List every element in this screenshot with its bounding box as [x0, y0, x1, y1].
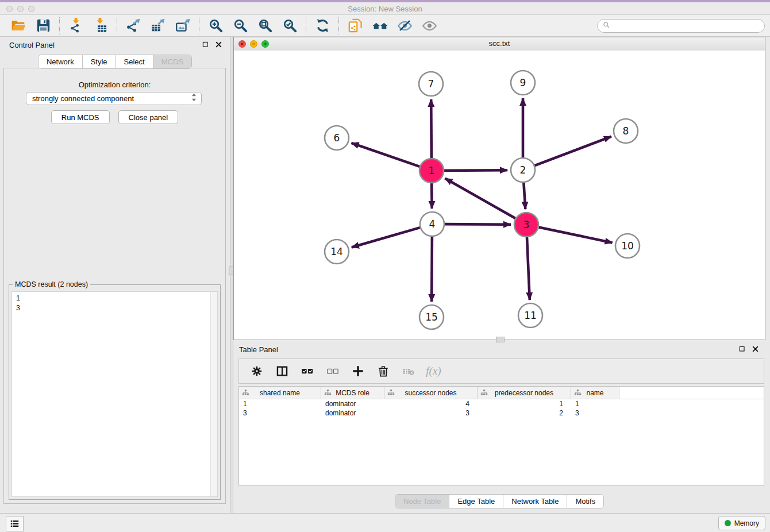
tab-style[interactable]: Style [83, 55, 116, 68]
table-row[interactable]: 1dominator411 [239, 399, 764, 408]
run-mcds-button[interactable]: Run MCDS [51, 110, 110, 124]
hierarchy-icon [324, 389, 332, 398]
network-window-controls [238, 40, 269, 48]
zoom-selected-button[interactable] [281, 17, 298, 34]
node-9-label: 9 [520, 77, 526, 88]
optimization-dropdown[interactable]: strongly connected component [26, 92, 202, 105]
delete-column-button[interactable] [376, 364, 390, 379]
float-panel-icon[interactable] [738, 345, 746, 353]
save-session-button[interactable] [34, 17, 52, 34]
mcds-result-area[interactable]: 13 [11, 291, 218, 497]
edge-3-1[interactable] [445, 178, 515, 218]
delete-table-button[interactable] [401, 364, 415, 379]
edge-3-11[interactable] [527, 237, 530, 300]
tab-select[interactable]: Select [116, 55, 153, 68]
table-cell[interactable]: dominator [321, 408, 384, 418]
table-panel: Table Panel f(x) shared nameMCDS rolesuc… [233, 343, 765, 513]
result-scrollbar[interactable] [210, 292, 217, 496]
node-7-label: 7 [428, 78, 434, 90]
table-cell[interactable]: dominator [321, 399, 384, 408]
table-cell[interactable]: 4 [384, 399, 478, 408]
edge-4-15[interactable] [432, 237, 432, 302]
hierarchy-icon [387, 389, 395, 398]
network-canvas[interactable]: 7968124314101511 [234, 51, 765, 340]
open-session-button[interactable] [10, 17, 27, 34]
tab-node-table[interactable]: Node Table [395, 495, 450, 508]
splitter-grip[interactable] [496, 337, 505, 342]
memory-status-icon [725, 520, 731, 526]
refresh-view-button[interactable] [314, 17, 331, 34]
float-panel-icon[interactable] [201, 40, 210, 49]
edge-4-3[interactable] [445, 224, 511, 225]
column-header-mcds-role[interactable]: MCDS role [321, 387, 384, 399]
zoom-fit-button[interactable] [256, 17, 274, 34]
close-view-button[interactable] [238, 40, 246, 48]
node-1-label: 1 [429, 165, 435, 176]
table-cell[interactable]: 3 [384, 408, 478, 418]
deselect-all-columns-button[interactable] [325, 364, 340, 379]
mcds-result-title: MCDS result (2 nodes) [13, 280, 90, 288]
table-cell[interactable]: 1 [478, 399, 571, 408]
table-settings-button[interactable] [249, 364, 264, 379]
table-tabs: Node TableEdge TableNetwork TableMotifs [233, 494, 765, 508]
function-builder-button[interactable]: f(x) [426, 364, 441, 379]
task-history-button[interactable] [6, 516, 24, 531]
tab-edge-table[interactable]: Edge Table [449, 495, 503, 508]
export-network-button[interactable] [125, 17, 142, 34]
memory-button[interactable]: Memory [718, 516, 765, 530]
export-table-button[interactable] [149, 17, 167, 34]
first-neighbors-button[interactable] [371, 17, 388, 34]
edge-2-8[interactable] [535, 137, 611, 166]
close-panel-button[interactable]: Close panel [118, 110, 179, 124]
close-panel-icon[interactable] [751, 345, 760, 353]
search-input[interactable] [613, 21, 760, 30]
network-window: scc.txt 7968124314101511 [233, 37, 765, 340]
tab-network-table[interactable]: Network Table [503, 495, 567, 508]
column-header-name[interactable]: name [571, 387, 619, 399]
column-header-predecessor-nodes[interactable]: predecessor nodes [478, 387, 571, 399]
toggle-columns-button[interactable] [275, 364, 289, 379]
table-cell[interactable]: 3 [239, 408, 321, 418]
application-window: Session: New Session Control Panel Netwo… [0, 0, 770, 532]
mcds-result-node: 1 [16, 294, 213, 303]
table-toolbar: f(x) [238, 358, 764, 384]
network-window-titlebar: scc.txt [234, 37, 765, 51]
export-image-button[interactable] [174, 17, 191, 34]
import-table-button[interactable] [92, 17, 109, 34]
edge-3-10[interactable] [539, 228, 613, 243]
edge-1-7[interactable] [431, 99, 432, 158]
edge-1-6[interactable] [352, 143, 420, 167]
import-network-button[interactable] [67, 17, 84, 34]
node-10-label: 10 [621, 240, 634, 252]
table-cell[interactable]: 2 [478, 408, 571, 418]
zoom-out-button[interactable] [232, 17, 249, 34]
optimization-label: Optimization criterion: [4, 80, 225, 89]
tab-mcds[interactable]: MCDS [153, 55, 191, 68]
close-panel-icon[interactable] [214, 40, 223, 49]
show-all-button[interactable] [421, 17, 438, 34]
mcds-result-node: 3 [16, 303, 213, 313]
clone-network-button[interactable] [346, 17, 364, 34]
main-toolbar [0, 15, 770, 37]
column-header-successor-nodes[interactable]: successor nodes [384, 387, 478, 399]
edge-4-14[interactable] [352, 228, 420, 247]
zoom-in-button[interactable] [207, 17, 224, 34]
select-all-columns-button[interactable] [300, 364, 314, 379]
table-cell[interactable]: 3 [571, 408, 619, 418]
mcds-panel: Optimization criterion: strongly connect… [3, 68, 226, 504]
hierarchy-icon [480, 389, 488, 398]
hide-selected-button[interactable] [396, 17, 413, 34]
tab-network[interactable]: Network [38, 55, 83, 68]
column-header-label: name [586, 389, 603, 397]
table-cell[interactable]: 1 [571, 399, 619, 408]
zoom-view-button[interactable] [261, 40, 269, 48]
add-column-button[interactable] [351, 364, 365, 379]
tab-motifs[interactable]: Motifs [567, 495, 603, 508]
table-cell[interactable]: 1 [239, 399, 321, 408]
edge-1-4[interactable] [432, 183, 432, 209]
edge-2-3[interactable] [523, 183, 525, 209]
edge-1-2[interactable] [444, 170, 507, 171]
minimize-view-button[interactable] [250, 40, 257, 48]
column-header-shared-name[interactable]: shared name [239, 387, 321, 399]
table-row[interactable]: 3dominator323 [239, 408, 764, 418]
